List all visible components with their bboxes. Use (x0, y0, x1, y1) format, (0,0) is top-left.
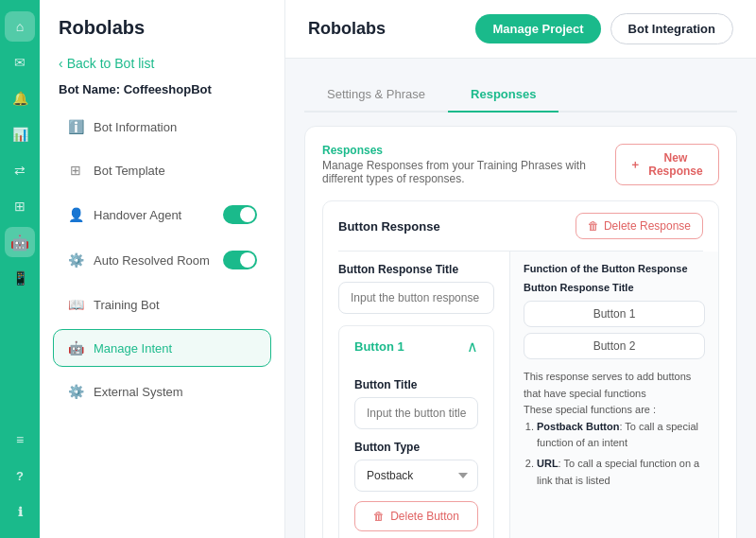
top-bar: Robolabs Manage Project Bot Integration (285, 0, 756, 59)
manage-intent-icon: 🤖 (67, 339, 84, 356)
response-right: Function of the Button Response Button R… (510, 252, 718, 538)
button1-accordion-title: Button 1 (354, 339, 404, 354)
trash-icon2: 🗑 (373, 510, 385, 523)
nav-item-bot-template[interactable]: ⊞ Bot Template (53, 151, 271, 189)
bot-template-icon: ⊞ (67, 162, 84, 179)
button1-delete-button[interactable]: 🗑 Delete Button (354, 501, 478, 531)
content-area: Settings & Phrase Responses Responses Ma… (285, 59, 756, 538)
delete-response-label: Delete Response (604, 219, 691, 233)
back-to-bot-list[interactable]: ‹ Back to Bot list (40, 48, 284, 78)
external-system-icon: ⚙️ (67, 383, 84, 400)
response-left: Button Response Title Button 1 ∧ Button … (323, 252, 510, 538)
nav-item-manage-intent[interactable]: 🤖 Manage Intent (53, 329, 271, 367)
plus-icon: ＋ (629, 157, 641, 173)
nav-item-bot-information[interactable]: ℹ️ Bot Information (53, 108, 271, 146)
handover-agent-toggle[interactable] (223, 205, 257, 224)
button1-accordion-content: Button Title Button Type Postback URL 🗑 (339, 378, 493, 538)
sidebar-icon-bot[interactable]: 🤖 (5, 227, 35, 257)
delete-response-button[interactable]: 🗑 Delete Response (576, 213, 703, 239)
sidebar-icon-share[interactable]: ⇄ (5, 155, 35, 185)
function-desc: This response serves to add buttons that… (524, 369, 705, 489)
bot-information-icon: ℹ️ (67, 118, 84, 135)
sidebar-icon-home[interactable]: ⌂ (5, 11, 35, 42)
button1-type-select[interactable]: Postback URL (354, 460, 478, 492)
nav-item-label: External System (94, 385, 183, 399)
back-arrow-icon: ‹ (59, 56, 63, 71)
sidebar-icon-help[interactable]: ? (5, 460, 35, 491)
responses-header: Responses Manage Responses from your Tra… (322, 144, 719, 185)
bot-integration-button[interactable]: Bot Integration (610, 13, 733, 44)
auto-resolved-toggle[interactable] (223, 251, 257, 269)
postback-label: Postback Button (537, 421, 619, 432)
sidebar-icon-info[interactable]: ℹ (5, 496, 35, 527)
responses-desc: Manage Responses from your Training Phra… (322, 159, 615, 185)
bot-name-label: Bot Name: CoffeeshopBot (40, 78, 284, 108)
icon-sidebar: ⌂ ✉ 🔔 📊 ⇄ ⊞ 🤖 📱 ≡ ? ℹ (0, 0, 40, 538)
sidebar-icon-mail[interactable]: ✉ (5, 47, 35, 78)
tab-settings-phrase[interactable]: Settings & Phrase (304, 78, 448, 113)
nav-items: ℹ️ Bot Information ⊞ Bot Template 👤 Hand… (40, 108, 284, 410)
button1-accordion-header[interactable]: Button 1 ∧ (339, 326, 493, 367)
button1-title-input[interactable] (354, 397, 478, 429)
nav-item-label: Training Bot (94, 298, 160, 312)
nav-item-label: Auto Resolved Room (94, 253, 210, 268)
response-block: Button Response 🗑 Delete Response Button… (322, 200, 719, 538)
handover-agent-toggle-wrap (223, 205, 257, 224)
preview-button-1[interactable]: Button 1 (524, 301, 705, 327)
sidebar-icon-settings[interactable]: ≡ (5, 425, 35, 455)
response-block-title: Button Response (338, 219, 440, 234)
button1-title-label: Button Title (354, 378, 478, 391)
responses-info: Responses Manage Responses from your Tra… (322, 144, 615, 185)
function-panel-title: Function of the Button Response (524, 263, 705, 274)
nav-item-auto-resolved-room[interactable]: ⚙️ Auto Resolved Room (53, 240, 271, 280)
trash-icon: 🗑 (588, 219, 599, 233)
button-response-title-label: Button Response Title (338, 263, 494, 276)
button1-accordion: Button 1 ∧ Button Title Button Type Post… (338, 325, 494, 538)
nav-item-label: Handover Agent (94, 208, 181, 222)
nav-item-training-bot[interactable]: 📖 Training Bot (53, 286, 271, 323)
button-response-title-input[interactable] (338, 282, 494, 314)
tabs: Settings & Phrase Responses (304, 78, 737, 113)
top-bar-logo: Robolabs (308, 19, 386, 39)
responses-section: Responses Manage Responses from your Tra… (304, 126, 737, 538)
left-nav: Robolabs ‹ Back to Bot list Bot Name: Co… (40, 0, 285, 538)
handover-agent-icon: 👤 (67, 206, 84, 223)
tab-responses[interactable]: Responses (448, 78, 558, 113)
auto-resolved-room-icon: ⚙️ (67, 252, 84, 269)
app-logo: Robolabs (59, 17, 266, 39)
nav-item-external-system[interactable]: ⚙️ External System (53, 373, 271, 410)
sidebar-icon-grid[interactable]: ⊞ (5, 191, 35, 221)
button1-chevron-icon: ∧ (467, 338, 478, 356)
response-block-header: Button Response 🗑 Delete Response (323, 201, 718, 251)
manage-project-button[interactable]: Manage Project (475, 14, 600, 43)
preview-button-2[interactable]: Button 2 (524, 333, 705, 359)
button1-delete-label: Delete Button (390, 510, 459, 523)
new-response-button[interactable]: ＋ New Response (615, 144, 719, 185)
back-label: Back to Bot list (67, 56, 155, 71)
nav-item-handover-agent[interactable]: 👤 Handover Agent (53, 195, 271, 234)
sidebar-icon-chart[interactable]: 📊 (5, 119, 35, 149)
nav-item-label: Bot Information (94, 120, 177, 134)
response-columns: Button Response Title Button 1 ∧ Button … (323, 252, 718, 538)
response-title-sublabel: Button Response Title (524, 282, 705, 293)
responses-label: Responses (322, 144, 615, 157)
sidebar-icon-mobile[interactable]: 📱 (5, 263, 35, 293)
nav-item-label: Bot Template (94, 164, 165, 178)
nav-item-label: Manage Intent (94, 341, 172, 356)
top-bar-actions: Manage Project Bot Integration (475, 13, 733, 44)
url-label: URL (537, 458, 558, 469)
button1-type-label: Button Type (354, 441, 478, 454)
auto-resolved-toggle-wrap (223, 251, 257, 269)
training-bot-icon: 📖 (67, 296, 84, 313)
new-response-label: New Response (646, 151, 705, 178)
sidebar-icon-bell[interactable]: 🔔 (5, 83, 35, 113)
main-content: Robolabs Manage Project Bot Integration … (285, 0, 756, 538)
